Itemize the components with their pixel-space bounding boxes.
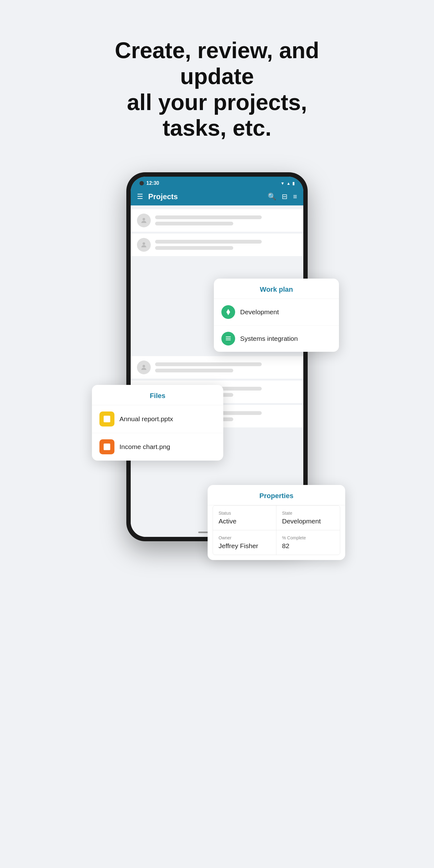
- status-bar: 12:30 ▼ ▲ ▮: [131, 177, 303, 188]
- battery-icon: ▮: [292, 181, 294, 186]
- app-bar-actions: 🔍 ⊟ ≡: [268, 193, 297, 201]
- project-item: [131, 234, 303, 256]
- prop-owner: Owner Jeffrey Fisher: [213, 530, 276, 555]
- file-item-png: Income chart.png: [92, 433, 223, 461]
- project-line: [155, 246, 233, 250]
- wifi-icon: ▼: [280, 181, 284, 186]
- camera-dot: [140, 181, 144, 185]
- png-icon: [99, 439, 115, 454]
- files-title: Files: [92, 385, 223, 405]
- svg-point-0: [143, 218, 145, 220]
- svg-point-2: [143, 365, 145, 367]
- prop-state-label: State: [282, 510, 334, 516]
- status-time: 12:30: [146, 180, 159, 186]
- status-bar-left: 12:30: [140, 180, 159, 186]
- project-lines: [155, 215, 297, 225]
- work-plan-item-development: Development: [214, 299, 339, 326]
- prop-complete-value: 82: [282, 542, 334, 550]
- search-icon[interactable]: 🔍: [268, 193, 276, 201]
- project-line: [155, 369, 233, 372]
- prop-owner-label: Owner: [219, 535, 271, 540]
- status-bar-right: ▼ ▲ ▮: [280, 181, 294, 186]
- project-line: [155, 222, 233, 225]
- diamond-icon: [221, 305, 235, 319]
- files-card: Files Annual report.pptx Income chart.pn…: [92, 385, 223, 461]
- prop-complete-label: % Complete: [282, 535, 334, 540]
- phone-content: [131, 206, 303, 527]
- prop-owner-value: Jeffrey Fisher: [219, 542, 271, 550]
- list-icon: [221, 332, 235, 345]
- work-plan-card: Work plan Development Systems integratio…: [214, 279, 339, 352]
- svg-point-1: [143, 242, 145, 245]
- filter-icon[interactable]: ⊟: [282, 193, 287, 201]
- avatar: [137, 238, 151, 252]
- work-plan-title: Work plan: [214, 279, 339, 299]
- properties-grid: Status Active State Development Owner Je…: [213, 505, 340, 555]
- properties-title: Properties: [208, 485, 345, 505]
- prop-state-value: Development: [282, 518, 334, 525]
- app-title: Projects: [148, 192, 268, 201]
- file-name-pptx: Annual report.pptx: [119, 415, 173, 423]
- menu-icon[interactable]: ☰: [137, 193, 143, 201]
- work-plan-item-systems: Systems integration: [214, 326, 339, 352]
- svg-rect-5: [226, 336, 231, 337]
- pptx-icon: [99, 411, 115, 427]
- prop-status-value: Active: [219, 518, 271, 525]
- prop-status: Status Active: [213, 506, 276, 530]
- avatar: [137, 214, 151, 227]
- project-lines: [155, 362, 297, 372]
- app-bar: ☰ Projects 🔍 ⊟ ≡: [131, 188, 303, 206]
- svg-rect-7: [226, 340, 231, 340]
- project-line: [155, 362, 262, 366]
- properties-card: Properties Status Active State Developme…: [208, 485, 345, 560]
- avatar: [137, 361, 151, 374]
- file-item-pptx: Annual report.pptx: [92, 405, 223, 433]
- project-item: [131, 356, 303, 379]
- project-item: [131, 209, 303, 232]
- prop-state: State Development: [276, 506, 340, 530]
- work-plan-item-label: Systems integration: [240, 335, 298, 342]
- project-line: [155, 240, 262, 244]
- headline: Create, review, and update all your proj…: [92, 37, 342, 141]
- signal-icon: ▲: [286, 181, 290, 186]
- file-name-png: Income chart.png: [119, 443, 170, 451]
- svg-rect-6: [226, 338, 231, 339]
- prop-status-label: Status: [219, 510, 271, 516]
- project-lines: [155, 240, 297, 250]
- work-plan-item-label: Development: [240, 308, 279, 316]
- sort-icon[interactable]: ≡: [293, 193, 297, 201]
- project-line: [155, 215, 262, 219]
- phone-container: 12:30 ▼ ▲ ▮ ☰ Projects 🔍 ⊟ ≡: [98, 172, 336, 766]
- prop-complete: % Complete 82: [276, 530, 340, 555]
- phone-screen: 12:30 ▼ ▲ ▮ ☰ Projects 🔍 ⊟ ≡: [131, 177, 303, 537]
